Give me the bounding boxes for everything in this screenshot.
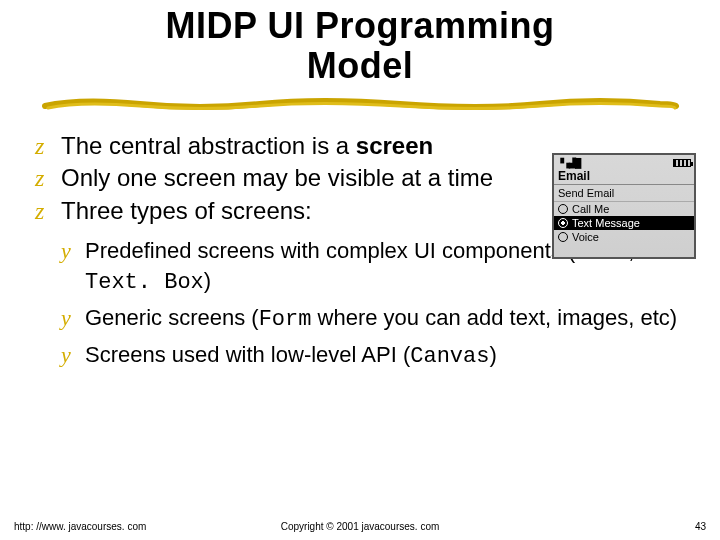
phone-option-label: Call Me xyxy=(572,203,609,215)
bullet-glyph: z xyxy=(35,163,44,194)
sub-bullet-item: yGeneric screens (Form where you can add… xyxy=(61,304,690,335)
footer-url: http: //www. javacourses. com xyxy=(14,521,146,532)
phone-option: Voice xyxy=(554,230,694,244)
phone-screen-heading: Send Email xyxy=(554,185,694,202)
bullet-glyph: z xyxy=(35,131,44,162)
phone-status-bar: ▝▗▟█ xyxy=(554,155,694,169)
bullet-glyph: y xyxy=(61,237,71,266)
footer-copyright: Copyright © 2001 javacourses. com xyxy=(281,521,440,532)
radio-icon xyxy=(558,218,568,228)
bullet-glyph: y xyxy=(61,341,71,370)
slide-number: 43 xyxy=(695,521,706,532)
signal-icon: ▝▗▟█ xyxy=(557,158,580,168)
phone-app-title: Email xyxy=(554,169,694,185)
sub-bullet-item: yScreens used with low-level API (Canvas… xyxy=(61,341,690,372)
slide-title: MIDP UI Programming Model xyxy=(0,0,720,87)
slide-footer: http: //www. javacourses. com Copyright … xyxy=(0,521,720,532)
phone-option-label: Voice xyxy=(572,231,599,243)
battery-icon xyxy=(673,159,691,167)
phone-screenshot: ▝▗▟█ Email Send Email Call MeText Messag… xyxy=(552,153,696,259)
radio-icon xyxy=(558,232,568,242)
phone-option: Text Message xyxy=(554,216,694,230)
bullet-glyph: y xyxy=(61,304,71,333)
phone-option-label: Text Message xyxy=(572,217,640,229)
bullet-glyph: z xyxy=(35,196,44,227)
radio-icon xyxy=(558,204,568,214)
phone-option: Call Me xyxy=(554,202,694,216)
decorative-rule xyxy=(40,95,680,113)
